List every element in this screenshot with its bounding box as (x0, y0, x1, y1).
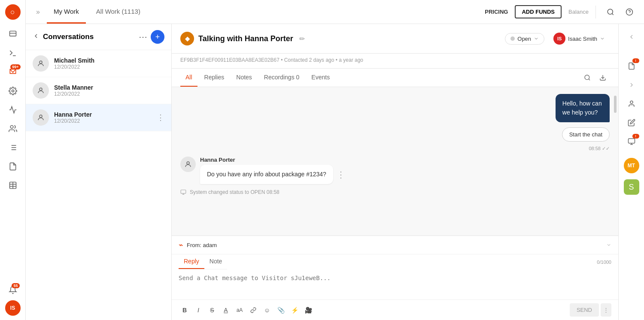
chat-tabs: All Replies Notes Recordings 0 Events (172, 69, 618, 87)
conv-avatar-stella (33, 82, 49, 99)
tab-recordings[interactable]: Recordings 0 (259, 69, 305, 87)
reply-input[interactable] (172, 269, 618, 299)
chat-title: Talking with Hanna Porter (198, 34, 293, 43)
app-logo[interactable]: ○ (5, 4, 21, 20)
chat-area: ◆ Talking with Hanna Porter ✏ Open IS Is… (172, 24, 618, 320)
strikethrough-button[interactable]: S (206, 304, 218, 316)
font-size-button[interactable]: aA (234, 304, 246, 316)
svg-point-15 (608, 9, 613, 14)
new-conversation-button[interactable]: + (151, 30, 164, 44)
sidebar-item-list[interactable] (4, 139, 21, 156)
conv-avatar-michael (33, 55, 49, 72)
mt-avatar[interactable]: MT (624, 158, 639, 173)
message-incoming-1: Hanna Porter Do you have any info about … (180, 157, 610, 184)
emoji-button[interactable]: ☺ (261, 304, 273, 316)
agent-button[interactable]: IS Isaac Smith (549, 30, 610, 47)
user-avatar-icon[interactable]: IS (5, 300, 21, 316)
computer-use-icon[interactable]: ! (623, 133, 640, 150)
reply-tab-reply[interactable]: Reply (179, 254, 204, 269)
sidebar-item-table[interactable] (4, 177, 21, 194)
svg-point-19 (39, 61, 42, 63)
svg-rect-30 (628, 139, 635, 143)
reply-from-selector[interactable]: ⌁ From: adam (172, 236, 618, 254)
tab-notes[interactable]: Notes (231, 69, 257, 87)
reply-char-count: 0/1000 (597, 260, 611, 265)
conv-more-icon-hanna[interactable]: ⋮ (157, 113, 164, 122)
pricing-link[interactable]: PRICING (481, 9, 511, 15)
sidebar-item-inbox[interactable]: 99+ (4, 63, 21, 81)
svg-point-4 (10, 126, 13, 129)
nav-chevron-icon[interactable]: » (33, 6, 43, 18)
underline-button[interactable]: A (220, 304, 232, 316)
conversation-item-michael[interactable]: Michael Smith 12/20/2022 (26, 50, 171, 77)
bold-button[interactable]: B (179, 304, 191, 316)
edit-title-icon[interactable]: ✏ (299, 35, 305, 43)
contact-info-icon[interactable] (623, 95, 640, 112)
send-more-button[interactable]: ⋮ (601, 303, 611, 317)
messages-area: Hello, how can we help you? Start the ch… (172, 87, 618, 235)
content-row: Conversations ⋯ + Michael Smith 12/20/20… (26, 24, 644, 320)
conversations-menu-icon[interactable]: ⋯ (139, 32, 147, 42)
status-label: Open (517, 36, 531, 42)
nav-divider (595, 6, 596, 18)
start-chat-button[interactable]: Start the chat (562, 127, 610, 142)
sidebar-item-chat[interactable] (4, 26, 21, 43)
tab-events[interactable]: Events (306, 69, 335, 87)
scrollbar-thumb[interactable] (614, 96, 617, 113)
svg-point-25 (187, 162, 189, 164)
tab-all[interactable]: All (180, 69, 197, 87)
conversations-header: Conversations ⋯ + (26, 24, 171, 50)
conv-name-stella: Stella Manner (54, 84, 164, 91)
video-button[interactable]: 🎥 (302, 304, 314, 316)
balance-label: Balance (568, 9, 589, 15)
conv-avatar-hanna (33, 109, 49, 126)
message-more-icon[interactable]: ⋮ (337, 169, 345, 180)
tab-all-work[interactable]: All Work (1113) (89, 0, 147, 24)
sidebar-item-team[interactable] (4, 120, 21, 137)
search-messages-icon[interactable] (580, 71, 594, 85)
conv-info-stella: Stella Manner 12/20/2022 (54, 84, 164, 97)
message-outgoing-1: Hello, how can we help you? Start the ch… (180, 94, 610, 151)
lightning-button[interactable]: ⚡ (289, 304, 301, 316)
message-bubble-incoming-1: Do you have any info about package #1234… (200, 165, 333, 184)
svg-line-23 (589, 79, 590, 80)
status-button[interactable]: Open (505, 33, 544, 45)
reply-tab-note[interactable]: Note (204, 254, 228, 269)
search-icon[interactable] (603, 4, 618, 20)
tab-my-work[interactable]: My Work (47, 0, 86, 24)
system-message-1: System changed status to OPEN 08:58 (180, 189, 610, 195)
conversation-item-stella[interactable]: Stella Manner 12/20/2022 (26, 77, 171, 104)
expand-details-icon[interactable] (623, 76, 640, 94)
conversations-title: Conversations (43, 33, 135, 41)
right-sidebar: ! ! (618, 24, 644, 320)
italic-button[interactable]: I (192, 304, 204, 316)
attachment-button[interactable]: 📎 (275, 304, 287, 316)
tab-replies[interactable]: Replies (199, 69, 230, 87)
add-funds-button[interactable]: ADD FUNDS (515, 5, 562, 18)
bell-icon[interactable]: 55 (4, 281, 21, 299)
message-content-hanna: Hanna Porter Do you have any info about … (200, 157, 610, 184)
system-message-text-1: System changed status to OPEN 08:58 (190, 189, 279, 195)
sidebar-item-analytics[interactable] (4, 101, 21, 118)
shopify-icon[interactable]: S (624, 179, 639, 195)
help-icon[interactable] (622, 4, 637, 20)
conv-date-michael: 12/20/2022 (54, 64, 164, 70)
reply-toolbar: B I S A aA ☺ 📎 ⚡ 🎥 SEND (172, 299, 618, 320)
collapse-right-button[interactable] (623, 28, 640, 45)
sidebar-item-terminal[interactable] (4, 45, 21, 62)
svg-point-21 (39, 115, 42, 118)
send-button[interactable]: SEND (570, 303, 599, 317)
top-nav: » My Work All Work (1113) PRICING ADD FU… (26, 0, 644, 24)
download-icon[interactable] (596, 71, 610, 85)
back-icon[interactable] (33, 33, 39, 41)
sidebar-item-reports[interactable] (4, 158, 21, 175)
svg-point-20 (39, 88, 42, 91)
notes-icon[interactable] (623, 114, 640, 131)
sender-avatar-hanna (180, 157, 196, 172)
svg-rect-26 (181, 190, 186, 193)
link-button[interactable] (247, 304, 259, 316)
conversation-details-icon[interactable]: ! (623, 57, 640, 75)
sidebar-item-settings[interactable] (4, 82, 21, 100)
reply-from-icon: ⌁ (179, 240, 183, 250)
conversation-item-hanna[interactable]: Hanna Porter 12/20/2022 ⋮ (26, 104, 171, 131)
